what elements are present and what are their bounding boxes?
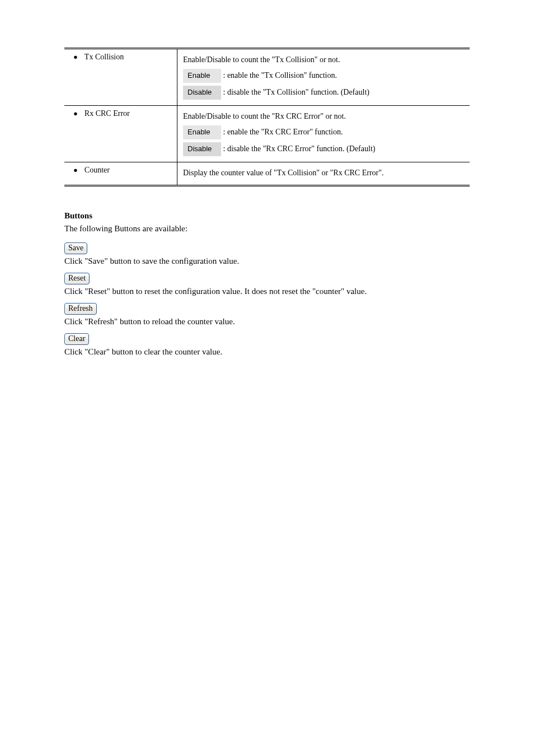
option-enable: Enable bbox=[183, 69, 221, 83]
table-row: ● Counter Display the counter value of "… bbox=[64, 162, 470, 185]
option-line: Disable : disable the "Tx Collision" fun… bbox=[183, 84, 464, 100]
reset-button[interactable]: Reset bbox=[64, 273, 90, 284]
table-row: ● Rx CRC Error Enable/Disable to count t… bbox=[64, 105, 470, 162]
button-label: Clear bbox=[68, 334, 85, 343]
bullet-icon: ● bbox=[73, 110, 78, 117]
button-desc: Click "Refresh" button to reload the cou… bbox=[64, 317, 470, 326]
button-label: Refresh bbox=[68, 304, 93, 312]
param-label: Rx CRC Error bbox=[85, 109, 130, 118]
button-label: Save bbox=[68, 244, 83, 252]
option-line: Enable : enable the "Tx Collision" funct… bbox=[183, 67, 464, 83]
button-desc: Click "Clear" button to clear the counte… bbox=[64, 347, 470, 357]
table-row: ● Tx Collision Enable/Disable to count t… bbox=[64, 49, 470, 106]
bullet-icon: ● bbox=[73, 53, 78, 60]
button-label: Reset bbox=[68, 274, 86, 282]
button-desc: Click "Save" button to save the configur… bbox=[64, 256, 470, 266]
option-enable: Enable bbox=[183, 125, 221, 139]
option-enable-desc: : enable the "Tx Collision" function. bbox=[223, 71, 338, 80]
option-line: Enable : enable the "Rx CRC Error" funct… bbox=[183, 124, 464, 139]
save-button[interactable]: Save bbox=[64, 242, 87, 254]
buttons-heading: Buttons bbox=[64, 211, 470, 221]
option-line: Disable : disable the "Rx CRC Error" fun… bbox=[183, 141, 464, 156]
bullet-icon: ● bbox=[73, 166, 78, 174]
button-desc: Click "Reset" button to reset the config… bbox=[64, 287, 470, 296]
option-disable: Disable bbox=[183, 142, 221, 156]
page: ● Tx Collision Enable/Disable to count t… bbox=[0, 0, 534, 756]
refresh-button[interactable]: Refresh bbox=[64, 303, 97, 315]
option-enable-desc: : enable the "Rx CRC Error" function. bbox=[223, 128, 343, 136]
buttons-desc: The following Buttons are available: bbox=[64, 224, 470, 234]
param-label: Tx Collision bbox=[85, 53, 124, 62]
parameters-table: ● Tx Collision Enable/Disable to count t… bbox=[64, 48, 470, 186]
param-desc: Enable/Disable to count the "Tx Collisio… bbox=[183, 54, 464, 66]
option-disable-desc: : disable the "Rx CRC Error" function. (… bbox=[223, 144, 376, 153]
option-disable: Disable bbox=[183, 86, 221, 100]
param-label: Counter bbox=[85, 166, 110, 175]
param-desc: Enable/Disable to count the "Rx CRC Erro… bbox=[183, 110, 464, 123]
option-disable-desc: : disable the "Tx Collision" function. (… bbox=[223, 88, 369, 96]
clear-button[interactable]: Clear bbox=[64, 333, 89, 345]
param-desc: Display the counter value of "Tx Collisi… bbox=[183, 167, 464, 179]
